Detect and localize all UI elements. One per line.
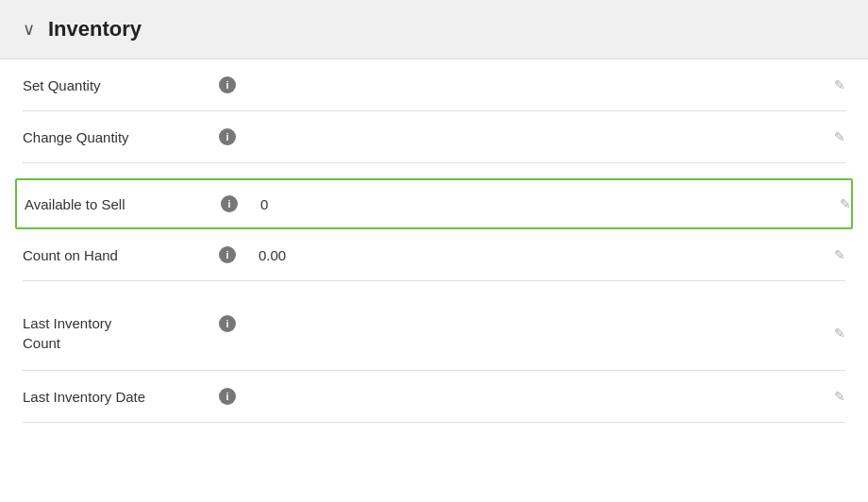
label-wrap-last-inventory-date: Last Inventory Date i [23, 388, 236, 405]
row-last-inventory-date: Last Inventory Date i ✎ [23, 371, 845, 423]
row-count-on-hand: Count on Hand i 0.00 ✎ [23, 229, 845, 281]
info-icon-change-quantity[interactable]: i [219, 128, 236, 145]
edit-icon-last-inventory-date[interactable]: ✎ [834, 389, 845, 404]
row-set-quantity: Set Quantity i ✎ [23, 59, 845, 111]
section-header[interactable]: ∨ Inventory [0, 0, 868, 59]
row-available-to-sell: Available to Sell i 0 ✎ [15, 178, 853, 229]
edit-icon-count-on-hand[interactable]: ✎ [834, 247, 845, 262]
spacer-2 [23, 281, 845, 296]
rows-container: Set Quantity i ✎ Change Quantity i ✎ Ava… [0, 59, 868, 423]
label-last-inventory-count: Last InventoryCount [23, 313, 211, 353]
info-icon-last-inventory-date[interactable]: i [219, 388, 236, 405]
row-last-inventory-count: Last InventoryCount i ✎ [23, 296, 845, 371]
label-wrap-available-to-sell: Available to Sell i [25, 195, 238, 212]
spacer-1 [23, 163, 845, 178]
edit-icon-last-inventory-count[interactable]: ✎ [834, 326, 845, 341]
edit-icon-available-to-sell[interactable]: ✎ [840, 196, 851, 211]
label-wrap-last-inventory-count: Last InventoryCount i [23, 313, 236, 353]
info-icon-set-quantity[interactable]: i [219, 76, 236, 93]
value-available-to-sell: 0 [260, 196, 843, 212]
label-set-quantity: Set Quantity [23, 77, 211, 93]
inventory-panel: ∨ Inventory Set Quantity i ✎ Change Quan… [0, 0, 868, 502]
value-count-on-hand: 0.00 [259, 247, 845, 263]
edit-icon-set-quantity[interactable]: ✎ [834, 77, 845, 92]
info-icon-count-on-hand[interactable]: i [219, 246, 236, 263]
label-available-to-sell: Available to Sell [25, 196, 213, 212]
info-icon-last-inventory-count[interactable]: i [219, 315, 236, 332]
chevron-down-icon: ∨ [23, 19, 35, 40]
info-icon-available-to-sell[interactable]: i [221, 195, 238, 212]
label-wrap-change-quantity: Change Quantity i [23, 128, 236, 145]
label-last-inventory-date: Last Inventory Date [23, 389, 211, 405]
label-wrap-count-on-hand: Count on Hand i [23, 246, 236, 263]
section-title: Inventory [48, 17, 142, 42]
label-change-quantity: Change Quantity [23, 129, 211, 145]
row-change-quantity: Change Quantity i ✎ [23, 111, 845, 163]
label-wrap-set-quantity: Set Quantity i [23, 76, 236, 93]
edit-icon-change-quantity[interactable]: ✎ [834, 129, 845, 144]
label-count-on-hand: Count on Hand [23, 247, 211, 263]
